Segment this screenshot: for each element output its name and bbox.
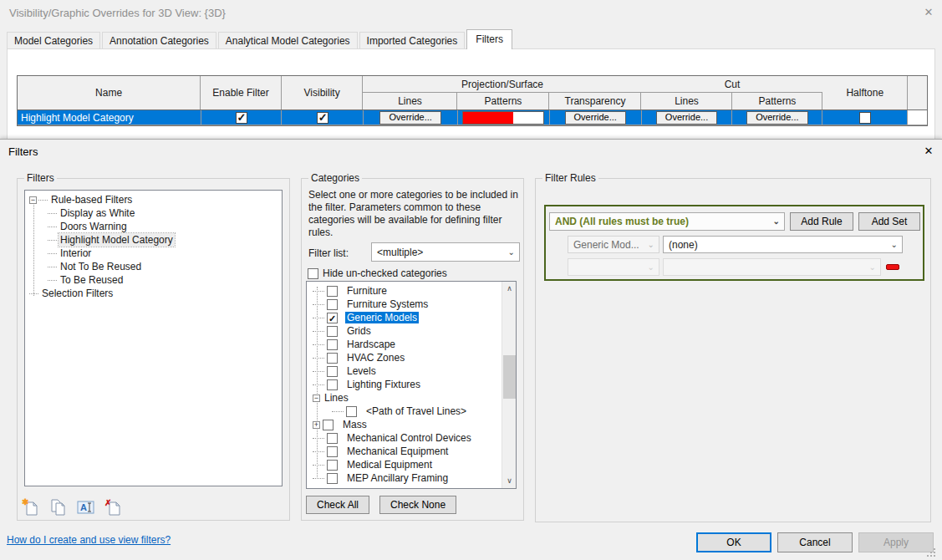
filters-close-icon[interactable]: ✕ <box>920 144 937 159</box>
category-label: Furniture <box>345 285 389 297</box>
category-label: Levels <box>345 365 378 377</box>
tree-item[interactable]: Selection Filters <box>25 287 282 300</box>
category-checkbox[interactable] <box>346 406 357 417</box>
category-checkbox[interactable] <box>327 286 338 297</box>
category-item[interactable]: <Path of Travel Lines> <box>307 405 516 418</box>
category-checkbox[interactable] <box>327 326 338 337</box>
close-icon[interactable]: ✕ <box>920 5 937 20</box>
category-checkbox[interactable] <box>327 366 338 377</box>
hide-unchecked-row[interactable]: Hide un-checked categories <box>308 267 447 279</box>
proj-patterns-override-button[interactable] <box>462 111 544 125</box>
filters-dialog-title: Filters <box>8 145 38 158</box>
tab-annotation-categories[interactable]: Annotation Categories <box>102 32 216 49</box>
tree-connector <box>313 331 324 332</box>
category-item[interactable]: Medical Equipment <box>307 458 516 471</box>
tab-imported-categories[interactable]: Imported Categories <box>359 32 466 49</box>
help-link[interactable]: How do I create and use view filters? <box>7 534 171 546</box>
category-checkbox[interactable] <box>327 460 338 471</box>
add-set-button[interactable]: Add Set <box>858 212 920 231</box>
ok-button[interactable]: OK <box>696 532 771 552</box>
cancel-button[interactable]: Cancel <box>777 532 853 552</box>
category-item[interactable]: Mechanical Control Devices <box>307 431 516 445</box>
filter-list-value: <multiple> <box>377 247 423 258</box>
category-checkbox[interactable] <box>327 473 338 484</box>
halftone-checkbox[interactable] <box>859 112 871 124</box>
category-checkbox[interactable] <box>327 433 338 444</box>
rename-filter-icon[interactable]: A <box>76 497 96 517</box>
tree-item[interactable]: −Rule-based Filters <box>25 193 282 206</box>
category-item[interactable]: Lighting Fixtures <box>307 378 516 391</box>
tree-item[interactable]: Highlight Model Category <box>25 233 282 247</box>
rule-value-dropdown-disabled: ⌄ <box>568 258 659 276</box>
minus-expander-icon[interactable]: − <box>29 196 37 204</box>
category-item[interactable]: Grids <box>307 324 516 338</box>
transparency-override-button[interactable]: Override... <box>565 111 626 125</box>
cut-lines-override-button[interactable]: Override... <box>656 111 717 125</box>
rule-field-dropdown[interactable]: Generic Mod... ⌄ <box>568 236 659 253</box>
tree-item[interactable]: Doors Warning <box>25 220 282 233</box>
scrollbar-thumb[interactable] <box>503 355 516 399</box>
category-item[interactable]: HVAC Zones <box>307 351 516 364</box>
category-checkbox[interactable] <box>327 379 338 390</box>
resize-grip[interactable] <box>926 547 936 557</box>
category-label: HVAC Zones <box>345 352 406 364</box>
scroll-down-icon[interactable]: ∨ <box>502 474 517 488</box>
enable-filter-checkbox[interactable] <box>236 112 247 124</box>
proj-lines-override-button[interactable]: Override... <box>379 111 440 125</box>
visibility-cell <box>282 110 364 125</box>
tree-connector <box>332 411 344 412</box>
enable-filter-cell <box>201 110 283 125</box>
duplicate-filter-icon[interactable] <box>48 497 69 517</box>
visibility-checkbox[interactable] <box>317 112 328 124</box>
row-name[interactable]: Highlight Model Category <box>18 110 201 125</box>
tree-item[interactable]: Interior <box>25 247 282 260</box>
tree-item-label: Interior <box>59 247 93 260</box>
category-item[interactable]: Mechanical Equipment <box>307 445 516 458</box>
tree-item[interactable]: Display as White <box>25 206 282 220</box>
category-item[interactable]: ✓Generic Models <box>307 311 516 324</box>
rule-logic-dropdown[interactable]: AND (All rules must be true) ⌄ <box>549 212 785 231</box>
categories-scrollbar[interactable]: ∧ ∨ <box>502 282 516 488</box>
category-item[interactable]: Hardscape <box>307 338 516 351</box>
category-item[interactable]: Furniture Systems <box>307 298 516 311</box>
tab-filters[interactable]: Filters <box>466 29 512 49</box>
category-item[interactable]: Levels <box>307 364 516 378</box>
check-none-button[interactable]: Check None <box>379 496 456 514</box>
category-item[interactable]: MEP Ancillary Framing <box>307 471 516 485</box>
category-checkbox[interactable] <box>327 446 338 457</box>
tree-item[interactable]: Not To Be Reused <box>25 260 282 273</box>
rule-operator-value: (none) <box>669 239 698 251</box>
category-item[interactable]: Furniture <box>307 284 516 298</box>
tree-connector <box>313 478 324 479</box>
category-checkbox[interactable]: ✓ <box>327 313 338 323</box>
filter-list-dropdown[interactable]: <multiple> ⌄ <box>371 242 520 262</box>
delete-filter-icon[interactable]: ✗ <box>104 497 124 517</box>
col-header-proj-lines: Lines <box>363 93 457 109</box>
category-checkbox[interactable] <box>327 339 338 350</box>
remove-rule-icon[interactable] <box>886 264 899 270</box>
filter-row-highlight-model-category[interactable]: Highlight Model Category Override... Ove… <box>18 109 927 125</box>
scroll-up-icon[interactable]: ∧ <box>502 282 517 296</box>
tree-connector <box>313 304 324 305</box>
category-item[interactable]: +Mass <box>307 418 516 431</box>
hide-unchecked-checkbox[interactable] <box>308 268 318 279</box>
category-checkbox[interactable] <box>327 299 338 310</box>
tab-bar: Model Categories Annotation Categories A… <box>7 31 514 49</box>
category-checkbox[interactable] <box>327 353 338 364</box>
plus-expander-icon[interactable]: + <box>313 421 320 429</box>
category-item[interactable]: −Lines <box>307 391 516 405</box>
rule-operator-dropdown[interactable]: (none) ⌄ <box>663 236 903 253</box>
tree-connector <box>313 438 324 439</box>
tab-analytical-model-categories[interactable]: Analytical Model Categories <box>218 32 358 49</box>
category-checkbox[interactable] <box>323 420 334 430</box>
check-all-button[interactable]: Check All <box>306 496 369 514</box>
category-label: Lines <box>323 392 350 404</box>
minus-expander-icon[interactable]: − <box>313 395 320 402</box>
filters-group-label: Filters <box>24 172 57 184</box>
new-filter-icon[interactable]: ✱ <box>21 497 41 517</box>
tree-item-label: Rule-based Filters <box>49 193 134 206</box>
add-rule-button[interactable]: Add Rule <box>790 212 853 231</box>
cut-patterns-override-button[interactable]: Override... <box>746 111 807 125</box>
tree-item[interactable]: To Be Reused <box>25 273 282 287</box>
tab-model-categories[interactable]: Model Categories <box>7 32 100 49</box>
